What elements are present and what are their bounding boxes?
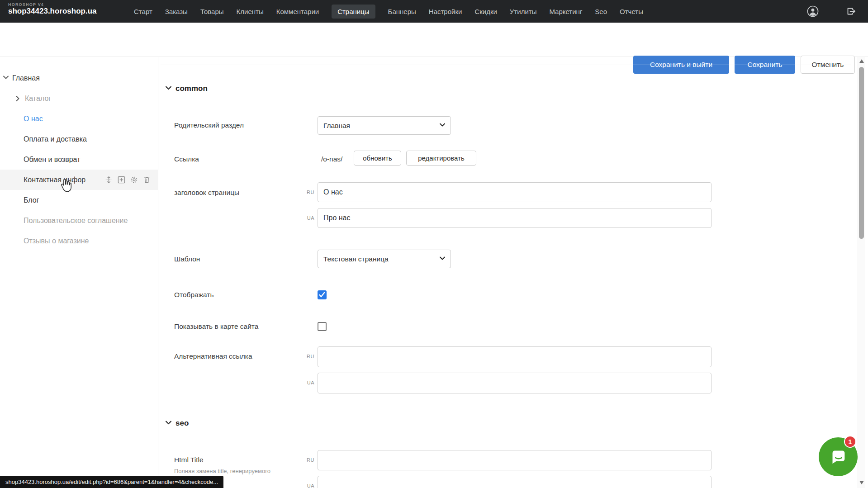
chevron-down-icon <box>166 421 171 426</box>
template-select[interactable]: Текстовая страница <box>318 250 451 268</box>
delete-icon[interactable] <box>143 176 151 184</box>
selected-value: Главная <box>323 122 350 130</box>
app-window: HOROSHOP V4 shop34423.horoshop.ua Старт … <box>0 0 868 488</box>
selected-value: Текстовая страница <box>323 255 389 263</box>
page-header: О нас Сохранить и выйти Сохранить Отмени… <box>0 23 868 57</box>
checkmark-icon <box>319 292 325 298</box>
logo-domain: shop34423.horoshop.ua <box>8 7 97 16</box>
chevron-down-icon <box>166 86 171 92</box>
sitemap-checkbox[interactable] <box>318 322 327 331</box>
nav-item-products[interactable]: Товары <box>200 8 224 15</box>
chevron-down-icon <box>3 76 9 81</box>
tree-item-label: Главная <box>12 74 40 82</box>
nav-item-banners[interactable]: Баннеры <box>388 8 416 15</box>
page-title-ru-input[interactable] <box>318 182 711 202</box>
tree-item-user-agreement[interactable]: Пользовательское соглашение <box>0 210 158 231</box>
tree-item-catalog[interactable]: Каталог <box>0 88 158 109</box>
template-label: Шаблон <box>174 255 200 264</box>
logo[interactable]: HOROSHOP V4 shop34423.horoshop.ua <box>8 3 97 16</box>
chevron-down-icon <box>440 256 445 262</box>
status-url-tooltip: shop34423.horoshop.ua/edit/edit.php?id=6… <box>0 476 223 488</box>
tree-item-label: Пользовательское соглашение <box>24 217 128 225</box>
account-icon[interactable] <box>807 5 819 17</box>
lang-ua-badge: UA <box>295 483 314 488</box>
edit-link-button[interactable]: редактировать <box>406 151 476 166</box>
tree-item-label: Контактная инфор <box>24 176 85 184</box>
sitemap-label: Показывать в карте сайта <box>174 322 258 331</box>
section-seo-header[interactable]: seo <box>166 419 189 428</box>
lang-ru-badge: RU <box>295 353 314 360</box>
chevron-down-icon <box>440 123 445 128</box>
move-icon[interactable] <box>105 176 113 184</box>
main-menu: Старт Заказы Товары Клиенты Комментарии … <box>134 0 643 23</box>
tree-item-label: Оплата и доставка <box>24 135 87 143</box>
tree-item-label: Обмен и возврат <box>24 156 80 164</box>
tree-item-store-reviews[interactable]: Отзывы о магазине <box>0 231 158 251</box>
tree-item-exchange-return[interactable]: Обмен и возврат <box>0 149 158 170</box>
nav-item-comments[interactable]: Комментарии <box>276 8 319 15</box>
lang-ru-badge: RU <box>295 457 314 463</box>
tree-item-label: Каталог <box>25 95 51 103</box>
logout-icon[interactable] <box>846 6 857 17</box>
lang-ru-badge: RU <box>295 189 314 195</box>
html-title-ua-input[interactable] <box>318 476 711 488</box>
display-label: Отображать <box>174 290 214 299</box>
alt-link-label: Альтернативная ссылка <box>174 352 252 361</box>
lang-ua-badge: UA <box>295 379 314 386</box>
add-icon[interactable] <box>118 176 125 184</box>
html-title-ru-input[interactable] <box>318 450 711 470</box>
html-title-label: Html Title <box>174 455 204 464</box>
tree-item-blog[interactable]: Блог <box>0 190 158 210</box>
chat-unread-badge: 1 <box>844 436 856 448</box>
lang-ua-badge: UA <box>295 215 314 221</box>
display-checkbox[interactable] <box>318 290 327 299</box>
nav-item-marketing[interactable]: Маркетинг <box>549 8 582 15</box>
panel-divider <box>161 65 851 65</box>
page-title-label: заголовок страницы <box>174 188 239 197</box>
pages-tree-sidebar: Главная Каталог О нас Оплата и доставка … <box>0 57 158 488</box>
scroll-up-icon[interactable] <box>859 59 864 63</box>
section-title: common <box>175 84 208 93</box>
tree-item-actions <box>105 176 151 184</box>
nav-item-seo[interactable]: Seo <box>595 8 607 15</box>
nav-item-start[interactable]: Старт <box>134 8 152 15</box>
tree-item-payment-delivery[interactable]: Оплата и доставка <box>0 129 158 149</box>
tree-item-about-us[interactable]: О нас <box>0 109 158 129</box>
nav-item-utilities[interactable]: Утилиты <box>510 8 537 15</box>
chat-bubble-icon <box>828 446 849 467</box>
nav-item-discounts[interactable]: Скидки <box>474 8 497 15</box>
nav-item-settings[interactable]: Настройки <box>429 8 462 15</box>
nav-item-reports[interactable]: Отчеты <box>620 8 643 15</box>
scroll-down-icon[interactable] <box>859 481 864 484</box>
tree-item-label: Отзывы о магазине <box>24 237 89 245</box>
tree-item-label: Блог <box>24 196 39 204</box>
parent-section-label: Родительский раздел <box>174 121 244 130</box>
top-nav: HOROSHOP V4 shop34423.horoshop.ua Старт … <box>0 0 868 23</box>
section-title: seo <box>175 419 189 428</box>
nav-item-pages[interactable]: Страницы <box>332 5 375 19</box>
tree-item-label: О нас <box>24 115 43 123</box>
refresh-link-button[interactable]: обновить <box>354 151 401 166</box>
scrollbar-thumb[interactable] <box>859 67 864 239</box>
alt-link-ua-input[interactable] <box>318 373 711 393</box>
settings-icon[interactable] <box>130 176 138 184</box>
link-path: /o-nas/ <box>321 155 342 164</box>
section-common-header[interactable]: common <box>166 84 208 93</box>
tree-item-home[interactable]: Главная <box>0 68 158 88</box>
chevron-right-icon <box>16 96 21 101</box>
link-label: Ссылка <box>174 155 199 164</box>
page-title-ua-input[interactable] <box>318 208 711 228</box>
tree-item-contact-info[interactable]: Контактная инфор <box>0 170 158 190</box>
parent-section-select[interactable]: Главная <box>318 116 451 135</box>
alt-link-ru-input[interactable] <box>318 346 711 367</box>
nav-item-orders[interactable]: Заказы <box>165 8 188 15</box>
nav-item-clients[interactable]: Клиенты <box>237 8 264 15</box>
html-title-hint: Полная замена title, генерируемого <box>174 467 270 475</box>
